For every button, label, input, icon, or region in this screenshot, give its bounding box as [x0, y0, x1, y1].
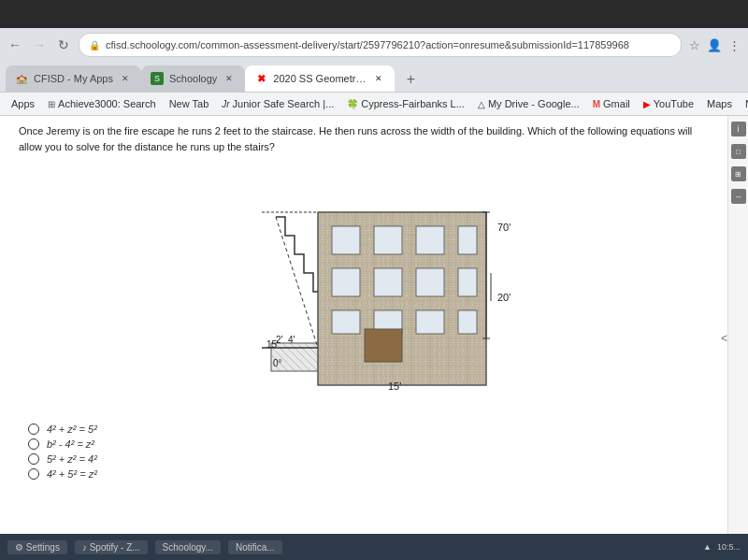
panel-icon-expand[interactable]: ↔ [731, 189, 746, 204]
diagram-area: 70' 20' 15' 2' 4' 15' 0° [0, 162, 748, 412]
tab-favicon-schoology: S [151, 72, 164, 85]
back-button[interactable]: ← [6, 36, 24, 54]
cypress-icon: 🍀 [347, 99, 358, 109]
answer-text-a: 4² + z² = 5² [47, 424, 97, 435]
svg-rect-15 [416, 268, 444, 296]
bookmark-achieve3000-label: Achieve3000: Search [58, 98, 156, 109]
bookmark-maps[interactable]: Maps [701, 96, 738, 111]
os-bar [0, 0, 748, 28]
taskbar-time: 10:5... [717, 542, 741, 552]
svg-line-22 [276, 217, 318, 348]
svg-text:4': 4' [288, 335, 295, 345]
answer-text-b: b² - 4² = z² [47, 438, 94, 450]
answer-option-a[interactable]: 4² + z² = 5² [28, 424, 720, 435]
bookmark-cypress[interactable]: 🍀 Cypress-Fairbanks L... [341, 96, 470, 111]
answer-option-d[interactable]: 4² + 5² = z² [28, 468, 720, 480]
bookmark-news[interactable]: News [740, 96, 748, 111]
bookmark-newtab[interactable]: New Tab [164, 96, 215, 111]
svg-text:20': 20' [497, 292, 511, 303]
svg-rect-19 [416, 310, 444, 334]
taskbar-notifica[interactable]: Notifica... [228, 540, 282, 554]
tab-label-edgenuity: 2020 SS Geometry B - Edgenuity [273, 73, 367, 84]
taskbar-schoology[interactable]: Schoology... [155, 540, 221, 554]
radio-a[interactable] [28, 424, 39, 435]
svg-rect-13 [332, 268, 360, 296]
star-icon[interactable]: ☆ [687, 36, 702, 54]
address-box[interactable]: 🔒 cfisd.schoology.com/common-assessment-… [79, 33, 682, 57]
svg-text:0°: 0° [273, 358, 282, 368]
taskbar-spotify[interactable]: ♪ Spotify - Z... [75, 540, 148, 554]
bookmark-cypress-label: Cypress-Fairbanks L... [361, 98, 465, 109]
svg-rect-20 [458, 310, 477, 334]
reload-button[interactable]: ↻ [54, 36, 73, 54]
taskbar-right: ▲ 10:5... [703, 542, 741, 552]
svg-text:15': 15' [266, 339, 279, 350]
account-icon[interactable]: 👤 [705, 36, 724, 54]
tabs-row: 🏫 CFISD - My Apps ✕ S Schoology ✕ ✖ 2020… [0, 62, 748, 92]
panel-icon-info[interactable]: i [731, 122, 746, 136]
question-body: Once Jeremy is on the fire escape he run… [19, 125, 692, 152]
tab-close-schoology[interactable]: ✕ [223, 72, 236, 85]
building-diagram: 70' 20' 15' 2' 4' 15' 0° [224, 165, 524, 404]
tab-schoology[interactable]: S Schoology ✕ [141, 65, 245, 92]
bookmark-maps-label: Maps [707, 98, 732, 109]
bookmarks-bar: Apps ⊞ Achieve3000: Search New Tab Jr Ju… [0, 92, 748, 116]
gmail-icon: M [593, 99, 600, 109]
bookmark-apps-label: Apps [11, 98, 35, 109]
bookmark-apps[interactable]: Apps [6, 96, 40, 111]
new-tab-button[interactable]: + [398, 67, 423, 92]
browser-frame: ← → ↻ 🔒 cfisd.schoology.com/common-asses… [0, 28, 748, 116]
svg-rect-21 [365, 329, 402, 362]
taskbar-systray: ▲ [703, 542, 712, 552]
panel-icon-square[interactable]: □ [731, 144, 746, 159]
bookmark-gmail-label: Gmail [603, 98, 630, 109]
address-url: cfisd.schoology.com/common-assessment-de… [106, 39, 671, 50]
tab-close-edgenuity[interactable]: ✕ [372, 72, 385, 85]
collapse-arrow[interactable]: < [721, 332, 727, 345]
svg-rect-17 [332, 310, 360, 334]
tab-close-myapps[interactable]: ✕ [119, 72, 132, 85]
address-right-icons: ☆ 👤 ⋮ [687, 36, 742, 54]
tab-favicon-myapps: 🏫 [15, 72, 28, 85]
bookmark-achieve3000[interactable]: ⊞ Achieve3000: Search [42, 96, 162, 111]
tab-label-myapps: CFISD - My Apps [34, 73, 113, 84]
answer-options: 4² + z² = 5² b² - 4² = z² 5² + z² = 4² 4… [0, 412, 748, 491]
juniorsafe-icon: Jr [222, 99, 229, 109]
menu-icon[interactable]: ⋮ [726, 36, 742, 54]
svg-rect-14 [374, 268, 402, 296]
svg-text:70': 70' [497, 222, 511, 233]
drive-icon: △ [478, 99, 485, 109]
taskbar-left: ⚙ Settings ♪ Spotify - Z... Schoology...… [7, 540, 282, 554]
svg-rect-9 [332, 226, 360, 254]
bookmark-youtube-label: YouTube [654, 98, 694, 109]
diagram-container: 70' 20' 15' 2' 4' 15' 0° [224, 165, 524, 409]
tab-edgenuity[interactable]: ✖ 2020 SS Geometry B - Edgenuity ✕ [245, 65, 395, 92]
radio-b[interactable] [28, 438, 39, 450]
bookmark-drive-label: My Drive - Google... [488, 98, 580, 109]
answer-text-d: 4² + 5² = z² [47, 468, 97, 480]
bookmark-gmail[interactable]: M Gmail [587, 96, 636, 111]
radio-c[interactable] [28, 453, 39, 465]
svg-rect-16 [458, 268, 477, 296]
answer-option-c[interactable]: 5² + z² = 4² [28, 453, 720, 465]
svg-rect-10 [374, 226, 402, 254]
radio-d[interactable] [28, 468, 39, 480]
bookmark-drive[interactable]: △ My Drive - Google... [472, 96, 585, 111]
panel-icon-grid[interactable]: ⊞ [731, 166, 746, 181]
taskbar-settings[interactable]: ⚙ Settings [7, 540, 67, 554]
svg-text:15': 15' [388, 381, 401, 392]
bookmark-youtube[interactable]: ▶ YouTube [638, 96, 699, 111]
address-bar-row: ← → ↻ 🔒 cfisd.schoology.com/common-asses… [0, 28, 748, 62]
page-content: Once Jeremy is on the fire escape he run… [0, 116, 748, 560]
bookmark-juniorsafe-label: Junior Safe Search |... [233, 98, 335, 109]
lock-icon: 🔒 [89, 40, 100, 50]
tab-myapps[interactable]: 🏫 CFISD - My Apps ✕ [6, 65, 141, 92]
youtube-icon: ▶ [643, 99, 651, 109]
achieve-icon: ⊞ [48, 99, 55, 109]
right-panel: i □ ⊞ ↔ [727, 116, 748, 560]
forward-button[interactable]: → [30, 36, 49, 54]
tab-favicon-edgenuity: ✖ [254, 72, 267, 85]
answer-option-b[interactable]: b² - 4² = z² [28, 438, 720, 450]
bookmark-juniorsafe[interactable]: Jr Junior Safe Search |... [216, 96, 339, 111]
bookmark-newtab-label: New Tab [169, 98, 209, 109]
